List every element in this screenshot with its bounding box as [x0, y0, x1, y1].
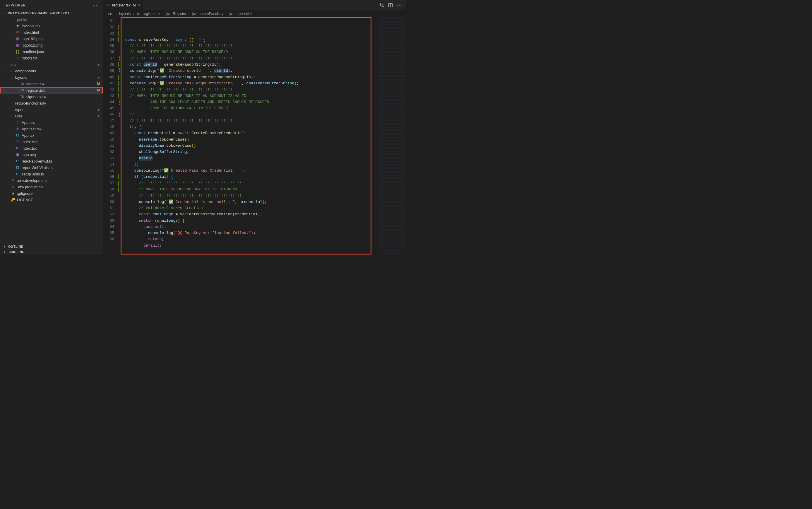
react-icon: ⚛ — [15, 127, 20, 131]
code-line[interactable]: try { — [121, 124, 378, 130]
ts-icon: TS — [15, 147, 20, 150]
tree-item[interactable]: ⚛App.test.tsx — [0, 126, 103, 132]
outline-section[interactable]: › OUTLINE — [0, 244, 103, 249]
tree-item[interactable]: TSApp.tsx — [0, 132, 103, 138]
code-line[interactable]: userId — [121, 155, 378, 161]
tree-item[interactable]: ★favicon.ico — [0, 23, 103, 29]
modified-dot-icon: ● — [98, 75, 100, 80]
ts-icon: TS — [15, 160, 20, 163]
tree-item[interactable]: TSlanding.tsxM — [0, 80, 103, 87]
code-line[interactable]: const credential = await CreatePassKeyCr… — [121, 130, 378, 136]
tab-filename: register.tsx — [112, 3, 131, 7]
code-line[interactable]: challengeBufferString, — [121, 149, 378, 155]
compare-icon[interactable] — [379, 3, 384, 8]
code-line[interactable]: // !!!!!!!!!!!!!!!!!!!!!!!!!!!!!!!!!!!!!… — [121, 55, 378, 62]
tree-item[interactable]: public — [0, 16, 103, 23]
tree-item-label: .gitignore — [17, 191, 100, 196]
tree-item[interactable]: TSsignedIn.tsx — [0, 94, 103, 100]
tabbar-actions: ⋯ — [379, 0, 406, 10]
chevron-right-icon: › — [10, 102, 13, 105]
code-line[interactable]: // !!!!!!!!!!!!!!!!!!!!!!!!!!!!!!!!!!!!!… — [121, 87, 378, 93]
tree-item[interactable]: #index.css — [0, 138, 103, 145]
code-line[interactable]: console.log("❌ PassKey verification fail… — [121, 230, 378, 236]
modified-badge: M — [97, 88, 100, 92]
tree-item[interactable]: TSregister.tsxM — [0, 87, 103, 94]
code-line[interactable]: // MARK: THIS SHOULD BE DONE ON THE BACK… — [121, 49, 378, 55]
minimap[interactable] — [378, 17, 406, 254]
tree-item[interactable]: ›types● — [0, 106, 103, 113]
code-line[interactable]: // !!!!!!!!!!!!!!!!!!!!!!!!!!!!!!!!!!!!!… — [121, 180, 378, 186]
code-line[interactable]: // !!!!!!!!!!!!!!!!!!!!!!!!!!!!!!!!!!!!!… — [121, 118, 378, 124]
tree-item-label: logo.svg — [22, 152, 100, 157]
code-line[interactable]: FROM THE RETURN CALL IN THE SERVER — [121, 105, 378, 111]
code-line[interactable]: console.log("✅ Created Pass Key Credenti… — [121, 168, 378, 174]
tree-item[interactable]: { }manifest.json — [0, 48, 103, 55]
tree-item[interactable]: ◆.gitignore — [0, 190, 103, 197]
file-tree[interactable]: public★favicon.ico<>index.html▦logo192.p… — [0, 16, 103, 244]
code-area[interactable]: const createPassKey = async () => { // !… — [121, 17, 378, 254]
tree-item[interactable]: ≡.env.development — [0, 177, 103, 183]
close-icon[interactable]: × — [138, 3, 141, 8]
code-line[interactable]: // Validate PassKey Creation — [121, 205, 378, 211]
tree-item[interactable]: ≡.env.production — [0, 183, 103, 190]
explorer-more-icon[interactable]: ⋯ — [93, 2, 98, 8]
code-line[interactable]: default: — [121, 242, 378, 249]
code-line[interactable]: return; — [121, 236, 378, 242]
tree-item-label: public — [17, 17, 100, 22]
tree-item-label: redux-functionality — [15, 101, 100, 105]
split-editor-icon[interactable] — [388, 3, 393, 8]
tree-item[interactable]: ⌄layouts● — [0, 74, 103, 80]
tree-item[interactable]: 🔑LICENSE — [0, 197, 103, 203]
code-line[interactable]: const userId = generateRandomString(16); — [121, 62, 378, 68]
tree-item-label: .env.development — [17, 178, 100, 183]
tree-item[interactable]: ›utils● — [0, 113, 103, 119]
tree-item-label: LICENSE — [17, 198, 100, 202]
code-line[interactable]: console.log("✅ Created userId : ", userI… — [121, 68, 378, 74]
code-line[interactable]: // MARK: THIS SHOULD BE DONE ON THE BACK… — [121, 186, 378, 193]
code-line[interactable]: case null: — [121, 224, 378, 230]
tree-item[interactable]: TSindex.tsx — [0, 145, 103, 151]
tree-item[interactable]: ≡robots.txt — [0, 55, 103, 61]
code-line[interactable]: username.toLowerCase(), — [121, 136, 378, 143]
code-line[interactable]: // !!!!!!!!!!!!!!!!!!!!!!!!!!!!!!!!!!!!!… — [121, 193, 378, 199]
breadcrumbs[interactable]: src › layouts › TS register.tsx › ⧉ Regi… — [103, 10, 406, 17]
code-line[interactable]: ); — [121, 161, 378, 168]
tree-item-label: react-app-env.d.ts — [22, 159, 100, 163]
code-line[interactable]: const challengeBufferString = generateRa… — [121, 74, 378, 80]
code-line[interactable]: */ — [121, 111, 378, 117]
tree-item[interactable]: ▦logo192.png — [0, 35, 103, 42]
project-name: REACT-PASSKEY-SAMPLE-PROJECT — [8, 11, 69, 15]
json-icon: { } — [15, 49, 20, 54]
code-line[interactable]: if (credential) { — [121, 174, 378, 180]
tab-register[interactable]: TS register.tsx M × — [103, 0, 144, 10]
tree-item[interactable]: TSreportWebVitals.ts — [0, 164, 103, 171]
code-line[interactable]: const createPassKey = async () => { — [121, 37, 378, 43]
tree-item[interactable]: ›redux-functionality — [0, 100, 103, 106]
tree-item-label: setupTests.ts — [22, 172, 100, 176]
tree-item-label: App.test.tsx — [22, 127, 100, 131]
tree-item[interactable]: ▣logo.svg — [0, 151, 103, 158]
tree-item-label: robots.txt — [22, 56, 100, 60]
code-line[interactable]: /* MARK: THIS SHOULD BE DONE IF AN ACCOU… — [121, 93, 378, 99]
code-line[interactable]: displayName.toLowerCase(), — [121, 143, 378, 149]
tree-item-label: index.css — [22, 140, 100, 144]
timeline-section[interactable]: › TIMELINE — [0, 249, 103, 254]
tree-item[interactable]: <>index.html — [0, 29, 103, 35]
code-line[interactable]: console.log("✅ Created challengeBufferSt… — [121, 80, 378, 87]
more-actions-icon[interactable]: ⋯ — [397, 2, 402, 8]
env-icon: ≡ — [10, 178, 15, 182]
project-header[interactable]: ⌄ REACT-PASSKEY-SAMPLE-PROJECT — [0, 10, 103, 16]
code-line[interactable]: AND THE CHALLENGE BUFFER AND USERID SHOU… — [121, 99, 378, 105]
code-line[interactable]: const challenge = validatePassKeyCreatio… — [121, 211, 378, 217]
svg-point-1 — [382, 6, 383, 7]
tree-item[interactable]: TSreact-app-env.d.ts — [0, 158, 103, 164]
code-line[interactable]: console.log("✅ Credential is not null : … — [121, 199, 378, 205]
tree-item[interactable]: ⌄src● — [0, 61, 103, 68]
editor-body[interactable]: 3132333435363738394041424344454647484950… — [103, 17, 406, 254]
code-line[interactable]: // !!!!!!!!!!!!!!!!!!!!!!!!!!!!!!!!!!!!!… — [121, 43, 378, 49]
tree-item[interactable]: TSsetupTests.ts — [0, 171, 103, 177]
tree-item[interactable]: ▦logo512.png — [0, 42, 103, 48]
tree-item[interactable]: #App.css — [0, 119, 103, 126]
tree-item[interactable]: ›components — [0, 68, 103, 74]
code-line[interactable]: switch (challenge) { — [121, 217, 378, 224]
